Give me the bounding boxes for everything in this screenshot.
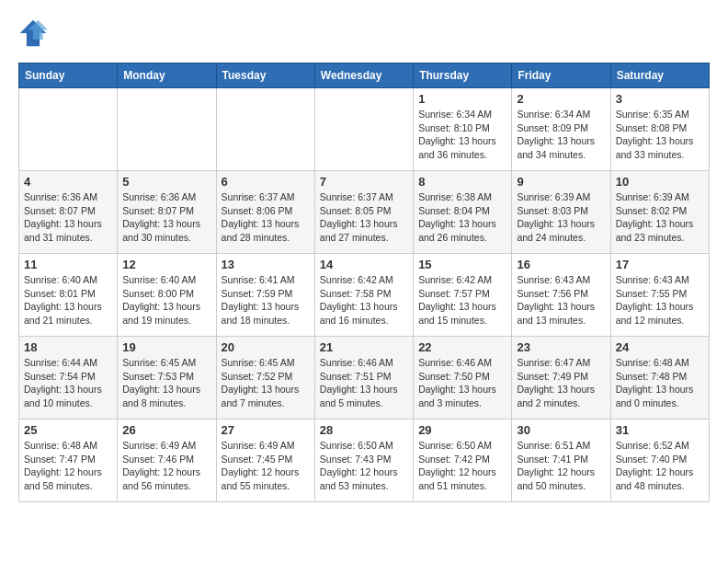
calendar-cell: 7Sunrise: 6:37 AM Sunset: 8:05 PM Daylig… (314, 171, 413, 254)
calendar-cell: 14Sunrise: 6:42 AM Sunset: 7:58 PM Dayli… (314, 254, 413, 337)
day-number: 10 (616, 175, 704, 189)
calendar-cell: 12Sunrise: 6:40 AM Sunset: 8:00 PM Dayli… (118, 254, 216, 337)
day-number: 13 (222, 258, 310, 271)
day-number: 22 (418, 340, 506, 354)
day-detail: Sunrise: 6:46 AM Sunset: 7:51 PM Dayligh… (320, 356, 408, 410)
calendar-cell: 13Sunrise: 6:41 AM Sunset: 7:59 PM Dayli… (216, 254, 314, 337)
weekday-header: Thursday (414, 63, 512, 88)
day-detail: Sunrise: 6:46 AM Sunset: 7:50 PM Dayligh… (418, 356, 506, 410)
day-number: 31 (616, 423, 704, 437)
calendar-cell: 17Sunrise: 6:43 AM Sunset: 7:55 PM Dayli… (610, 254, 709, 337)
day-number: 25 (24, 423, 112, 437)
calendar-cell: 10Sunrise: 6:39 AM Sunset: 8:02 PM Dayli… (610, 171, 709, 254)
day-number: 29 (418, 423, 506, 437)
calendar-cell: 5Sunrise: 6:36 AM Sunset: 8:07 PM Daylig… (118, 171, 216, 254)
day-number: 5 (122, 175, 210, 189)
calendar-cell: 4Sunrise: 6:36 AM Sunset: 8:07 PM Daylig… (19, 171, 118, 254)
weekday-header: Friday (512, 63, 610, 88)
day-detail: Sunrise: 6:51 AM Sunset: 7:41 PM Dayligh… (517, 439, 605, 493)
calendar-cell: 3Sunrise: 6:35 AM Sunset: 8:08 PM Daylig… (610, 88, 709, 171)
calendar-week-row: 18Sunrise: 6:44 AM Sunset: 7:54 PM Dayli… (19, 337, 710, 419)
calendar-week-row: 25Sunrise: 6:48 AM Sunset: 7:47 PM Dayli… (19, 419, 710, 502)
calendar-week-row: 11Sunrise: 6:40 AM Sunset: 8:01 PM Dayli… (19, 254, 710, 337)
day-number: 26 (122, 423, 210, 437)
calendar-cell: 30Sunrise: 6:51 AM Sunset: 7:41 PM Dayli… (512, 419, 610, 502)
day-number: 7 (320, 175, 408, 189)
calendar-cell (118, 88, 216, 171)
day-detail: Sunrise: 6:50 AM Sunset: 7:43 PM Dayligh… (320, 439, 408, 493)
day-detail: Sunrise: 6:36 AM Sunset: 8:07 PM Dayligh… (122, 190, 210, 245)
day-detail: Sunrise: 6:37 AM Sunset: 8:06 PM Dayligh… (222, 190, 310, 245)
calendar-cell: 26Sunrise: 6:49 AM Sunset: 7:46 PM Dayli… (118, 419, 216, 502)
weekday-header: Tuesday (216, 63, 314, 88)
weekday-header: Wednesday (314, 63, 413, 88)
day-number: 21 (320, 340, 408, 354)
calendar-cell: 11Sunrise: 6:40 AM Sunset: 8:01 PM Dayli… (19, 254, 118, 337)
day-detail: Sunrise: 6:39 AM Sunset: 8:03 PM Dayligh… (517, 190, 605, 245)
day-number: 1 (418, 92, 506, 106)
calendar-cell (19, 88, 118, 171)
day-number: 2 (517, 92, 605, 106)
day-detail: Sunrise: 6:52 AM Sunset: 7:40 PM Dayligh… (616, 439, 704, 493)
day-number: 15 (418, 258, 506, 271)
day-number: 11 (24, 258, 112, 271)
day-number: 27 (222, 423, 310, 437)
weekday-header: Sunday (19, 63, 118, 88)
day-number: 14 (320, 258, 408, 271)
day-detail: Sunrise: 6:39 AM Sunset: 8:02 PM Dayligh… (616, 190, 704, 245)
calendar-cell: 16Sunrise: 6:43 AM Sunset: 7:56 PM Dayli… (512, 254, 610, 337)
day-detail: Sunrise: 6:34 AM Sunset: 8:09 PM Dayligh… (517, 108, 605, 162)
day-number: 30 (517, 423, 605, 437)
day-number: 19 (122, 340, 210, 354)
day-detail: Sunrise: 6:41 AM Sunset: 7:59 PM Dayligh… (222, 273, 310, 327)
day-detail: Sunrise: 6:48 AM Sunset: 7:48 PM Dayligh… (616, 356, 704, 410)
calendar-week-row: 4Sunrise: 6:36 AM Sunset: 8:07 PM Daylig… (19, 171, 710, 254)
day-detail: Sunrise: 6:38 AM Sunset: 8:04 PM Dayligh… (418, 190, 506, 245)
calendar-cell: 9Sunrise: 6:39 AM Sunset: 8:03 PM Daylig… (512, 171, 610, 254)
day-detail: Sunrise: 6:45 AM Sunset: 7:52 PM Dayligh… (222, 356, 310, 410)
day-detail: Sunrise: 6:48 AM Sunset: 7:47 PM Dayligh… (24, 439, 112, 493)
day-number: 3 (616, 92, 704, 106)
calendar-cell: 1Sunrise: 6:34 AM Sunset: 8:10 PM Daylig… (414, 88, 512, 171)
day-detail: Sunrise: 6:42 AM Sunset: 7:57 PM Dayligh… (418, 273, 506, 327)
page-header (18, 18, 710, 48)
day-number: 24 (616, 340, 704, 354)
day-detail: Sunrise: 6:42 AM Sunset: 7:58 PM Dayligh… (320, 273, 408, 327)
logo-icon (18, 18, 48, 48)
day-number: 12 (122, 258, 210, 271)
calendar: SundayMondayTuesdayWednesdayThursdayFrid… (18, 63, 710, 502)
logo (18, 18, 53, 48)
day-detail: Sunrise: 6:49 AM Sunset: 7:46 PM Dayligh… (122, 439, 210, 493)
calendar-cell: 25Sunrise: 6:48 AM Sunset: 7:47 PM Dayli… (19, 419, 118, 502)
day-detail: Sunrise: 6:49 AM Sunset: 7:45 PM Dayligh… (222, 439, 310, 493)
day-detail: Sunrise: 6:45 AM Sunset: 7:53 PM Dayligh… (122, 356, 210, 410)
day-number: 16 (517, 258, 605, 271)
calendar-week-row: 1Sunrise: 6:34 AM Sunset: 8:10 PM Daylig… (19, 88, 710, 171)
calendar-cell: 19Sunrise: 6:45 AM Sunset: 7:53 PM Dayli… (118, 337, 216, 419)
calendar-cell: 22Sunrise: 6:46 AM Sunset: 7:50 PM Dayli… (414, 337, 512, 419)
day-number: 23 (517, 340, 605, 354)
calendar-cell: 27Sunrise: 6:49 AM Sunset: 7:45 PM Dayli… (216, 419, 314, 502)
day-detail: Sunrise: 6:40 AM Sunset: 8:00 PM Dayligh… (122, 273, 210, 327)
calendar-cell: 18Sunrise: 6:44 AM Sunset: 7:54 PM Dayli… (19, 337, 118, 419)
weekday-header: Monday (118, 63, 216, 88)
day-number: 6 (222, 175, 310, 189)
calendar-cell: 31Sunrise: 6:52 AM Sunset: 7:40 PM Dayli… (610, 419, 709, 502)
calendar-cell: 21Sunrise: 6:46 AM Sunset: 7:51 PM Dayli… (314, 337, 413, 419)
calendar-header-row: SundayMondayTuesdayWednesdayThursdayFrid… (19, 63, 710, 88)
day-number: 28 (320, 423, 408, 437)
day-detail: Sunrise: 6:40 AM Sunset: 8:01 PM Dayligh… (24, 273, 112, 327)
day-detail: Sunrise: 6:50 AM Sunset: 7:42 PM Dayligh… (418, 439, 506, 493)
day-detail: Sunrise: 6:37 AM Sunset: 8:05 PM Dayligh… (320, 190, 408, 245)
day-detail: Sunrise: 6:43 AM Sunset: 7:56 PM Dayligh… (517, 273, 605, 327)
day-number: 20 (222, 340, 310, 354)
day-number: 8 (418, 175, 506, 189)
day-number: 4 (24, 175, 112, 189)
day-number: 18 (24, 340, 112, 354)
weekday-header: Saturday (610, 63, 709, 88)
calendar-cell: 2Sunrise: 6:34 AM Sunset: 8:09 PM Daylig… (512, 88, 610, 171)
calendar-cell (216, 88, 314, 171)
calendar-cell: 6Sunrise: 6:37 AM Sunset: 8:06 PM Daylig… (216, 171, 314, 254)
calendar-cell: 23Sunrise: 6:47 AM Sunset: 7:49 PM Dayli… (512, 337, 610, 419)
day-number: 17 (616, 258, 704, 271)
